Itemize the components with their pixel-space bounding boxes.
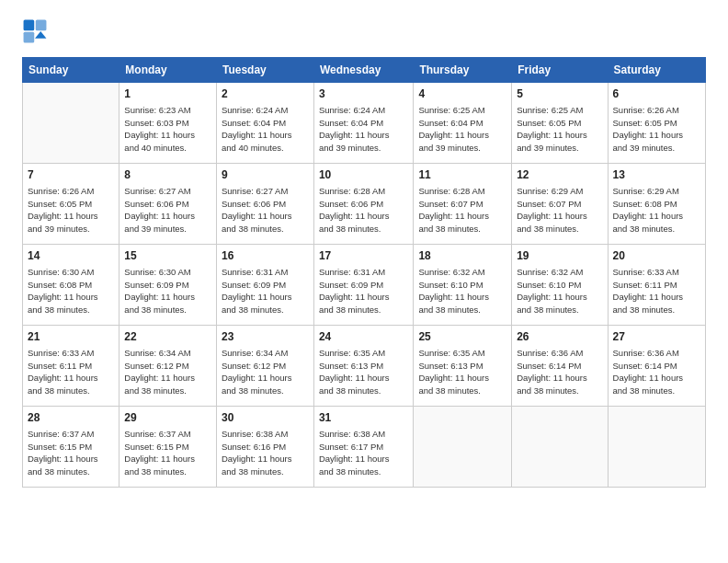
day-info: Sunrise: 6:35 AM Sunset: 6:13 PM Dayligh… xyxy=(319,347,408,397)
calendar-cell: 11Sunrise: 6:28 AM Sunset: 6:07 PM Dayli… xyxy=(414,164,512,245)
logo xyxy=(22,18,51,44)
header xyxy=(22,18,706,44)
calendar-week-2: 7Sunrise: 6:26 AM Sunset: 6:05 PM Daylig… xyxy=(23,164,706,245)
day-info: Sunrise: 6:28 AM Sunset: 6:07 PM Dayligh… xyxy=(418,185,506,236)
day-info: Sunrise: 6:38 AM Sunset: 6:16 PM Dayligh… xyxy=(222,428,309,478)
day-info: Sunrise: 6:28 AM Sunset: 6:06 PM Dayligh… xyxy=(319,185,408,236)
day-info: Sunrise: 6:26 AM Sunset: 6:05 PM Dayligh… xyxy=(28,185,114,236)
calendar-cell: 16Sunrise: 6:31 AM Sunset: 6:09 PM Dayli… xyxy=(216,245,313,326)
day-number: 27 xyxy=(613,329,700,345)
calendar-cell: 9Sunrise: 6:27 AM Sunset: 6:06 PM Daylig… xyxy=(216,164,313,245)
svg-marker-3 xyxy=(35,31,46,39)
calendar-cell: 30Sunrise: 6:38 AM Sunset: 6:16 PM Dayli… xyxy=(216,407,313,488)
day-number: 18 xyxy=(418,248,506,264)
calendar-cell: 2Sunrise: 6:24 AM Sunset: 6:04 PM Daylig… xyxy=(216,83,313,164)
day-info: Sunrise: 6:32 AM Sunset: 6:10 PM Dayligh… xyxy=(418,266,506,316)
day-info: Sunrise: 6:38 AM Sunset: 6:17 PM Dayligh… xyxy=(319,428,408,478)
day-number: 3 xyxy=(319,86,408,102)
col-header-tuesday: Tuesday xyxy=(216,58,313,83)
calendar-cell: 7Sunrise: 6:26 AM Sunset: 6:05 PM Daylig… xyxy=(23,164,119,245)
calendar-cell: 29Sunrise: 6:37 AM Sunset: 6:15 PM Dayli… xyxy=(119,407,217,488)
day-number: 20 xyxy=(613,248,700,264)
calendar-cell: 1Sunrise: 6:23 AM Sunset: 6:03 PM Daylig… xyxy=(119,83,217,164)
calendar: SundayMondayTuesdayWednesdayThursdayFrid… xyxy=(22,57,706,488)
day-number: 22 xyxy=(124,329,211,345)
day-info: Sunrise: 6:24 AM Sunset: 6:04 PM Dayligh… xyxy=(319,104,408,155)
day-number: 8 xyxy=(124,167,211,183)
day-number: 14 xyxy=(28,248,114,264)
day-info: Sunrise: 6:35 AM Sunset: 6:13 PM Dayligh… xyxy=(418,347,506,397)
calendar-cell xyxy=(608,407,705,488)
day-number: 13 xyxy=(613,167,700,183)
logo-icon xyxy=(22,18,48,44)
day-number: 29 xyxy=(124,410,211,426)
day-number: 9 xyxy=(222,167,309,183)
calendar-cell xyxy=(414,407,512,488)
day-info: Sunrise: 6:33 AM Sunset: 6:11 PM Dayligh… xyxy=(28,347,114,397)
day-number: 19 xyxy=(517,248,602,264)
calendar-cell: 31Sunrise: 6:38 AM Sunset: 6:17 PM Dayli… xyxy=(313,407,413,488)
day-number: 1 xyxy=(124,86,211,102)
calendar-week-4: 21Sunrise: 6:33 AM Sunset: 6:11 PM Dayli… xyxy=(23,326,706,407)
col-header-sunday: Sunday xyxy=(23,58,119,83)
day-info: Sunrise: 6:32 AM Sunset: 6:10 PM Dayligh… xyxy=(517,266,602,316)
day-info: Sunrise: 6:30 AM Sunset: 6:09 PM Dayligh… xyxy=(124,266,211,316)
day-number: 17 xyxy=(319,248,408,264)
calendar-cell: 5Sunrise: 6:25 AM Sunset: 6:05 PM Daylig… xyxy=(512,83,608,164)
day-info: Sunrise: 6:31 AM Sunset: 6:09 PM Dayligh… xyxy=(319,266,408,316)
day-info: Sunrise: 6:27 AM Sunset: 6:06 PM Dayligh… xyxy=(124,185,211,236)
day-number: 25 xyxy=(418,329,506,345)
calendar-cell: 27Sunrise: 6:36 AM Sunset: 6:14 PM Dayli… xyxy=(608,326,705,407)
day-info: Sunrise: 6:36 AM Sunset: 6:14 PM Dayligh… xyxy=(517,347,602,397)
day-number: 10 xyxy=(319,167,408,183)
calendar-header-row: SundayMondayTuesdayWednesdayThursdayFrid… xyxy=(23,58,706,83)
day-info: Sunrise: 6:29 AM Sunset: 6:07 PM Dayligh… xyxy=(517,185,602,236)
day-number: 31 xyxy=(319,410,408,426)
day-number: 5 xyxy=(517,86,602,102)
day-number: 26 xyxy=(517,329,602,345)
page: SundayMondayTuesdayWednesdayThursdayFrid… xyxy=(0,0,728,563)
svg-rect-0 xyxy=(24,20,35,31)
calendar-cell: 15Sunrise: 6:30 AM Sunset: 6:09 PM Dayli… xyxy=(119,245,217,326)
day-number: 12 xyxy=(517,167,602,183)
day-number: 30 xyxy=(222,410,309,426)
day-info: Sunrise: 6:24 AM Sunset: 6:04 PM Dayligh… xyxy=(222,104,309,155)
day-number: 23 xyxy=(222,329,309,345)
col-header-wednesday: Wednesday xyxy=(313,58,413,83)
calendar-cell: 6Sunrise: 6:26 AM Sunset: 6:05 PM Daylig… xyxy=(608,83,705,164)
calendar-cell: 17Sunrise: 6:31 AM Sunset: 6:09 PM Dayli… xyxy=(313,245,413,326)
day-number: 11 xyxy=(418,167,506,183)
calendar-week-5: 28Sunrise: 6:37 AM Sunset: 6:15 PM Dayli… xyxy=(23,407,706,488)
day-number: 4 xyxy=(418,86,506,102)
calendar-cell: 23Sunrise: 6:34 AM Sunset: 6:12 PM Dayli… xyxy=(216,326,313,407)
calendar-cell: 28Sunrise: 6:37 AM Sunset: 6:15 PM Dayli… xyxy=(23,407,119,488)
col-header-friday: Friday xyxy=(512,58,608,83)
day-info: Sunrise: 6:34 AM Sunset: 6:12 PM Dayligh… xyxy=(124,347,211,397)
calendar-cell xyxy=(512,407,608,488)
calendar-cell: 18Sunrise: 6:32 AM Sunset: 6:10 PM Dayli… xyxy=(414,245,512,326)
day-info: Sunrise: 6:37 AM Sunset: 6:15 PM Dayligh… xyxy=(124,428,211,478)
day-info: Sunrise: 6:34 AM Sunset: 6:12 PM Dayligh… xyxy=(222,347,309,397)
day-number: 16 xyxy=(222,248,309,264)
day-number: 28 xyxy=(28,410,114,426)
calendar-cell: 10Sunrise: 6:28 AM Sunset: 6:06 PM Dayli… xyxy=(313,164,413,245)
svg-rect-2 xyxy=(24,32,35,43)
calendar-cell: 20Sunrise: 6:33 AM Sunset: 6:11 PM Dayli… xyxy=(608,245,705,326)
calendar-cell: 14Sunrise: 6:30 AM Sunset: 6:08 PM Dayli… xyxy=(23,245,119,326)
calendar-cell: 12Sunrise: 6:29 AM Sunset: 6:07 PM Dayli… xyxy=(512,164,608,245)
day-number: 2 xyxy=(222,86,309,102)
calendar-cell: 3Sunrise: 6:24 AM Sunset: 6:04 PM Daylig… xyxy=(313,83,413,164)
calendar-cell: 26Sunrise: 6:36 AM Sunset: 6:14 PM Dayli… xyxy=(512,326,608,407)
day-info: Sunrise: 6:25 AM Sunset: 6:04 PM Dayligh… xyxy=(418,104,506,155)
day-info: Sunrise: 6:37 AM Sunset: 6:15 PM Dayligh… xyxy=(28,428,114,478)
day-info: Sunrise: 6:29 AM Sunset: 6:08 PM Dayligh… xyxy=(613,185,700,236)
day-info: Sunrise: 6:25 AM Sunset: 6:05 PM Dayligh… xyxy=(517,104,602,155)
day-info: Sunrise: 6:31 AM Sunset: 6:09 PM Dayligh… xyxy=(222,266,309,316)
day-info: Sunrise: 6:33 AM Sunset: 6:11 PM Dayligh… xyxy=(613,266,700,316)
day-number: 6 xyxy=(613,86,700,102)
calendar-week-3: 14Sunrise: 6:30 AM Sunset: 6:08 PM Dayli… xyxy=(23,245,706,326)
calendar-week-1: 1Sunrise: 6:23 AM Sunset: 6:03 PM Daylig… xyxy=(23,83,706,164)
calendar-cell: 24Sunrise: 6:35 AM Sunset: 6:13 PM Dayli… xyxy=(313,326,413,407)
calendar-cell: 13Sunrise: 6:29 AM Sunset: 6:08 PM Dayli… xyxy=(608,164,705,245)
calendar-cell: 19Sunrise: 6:32 AM Sunset: 6:10 PM Dayli… xyxy=(512,245,608,326)
